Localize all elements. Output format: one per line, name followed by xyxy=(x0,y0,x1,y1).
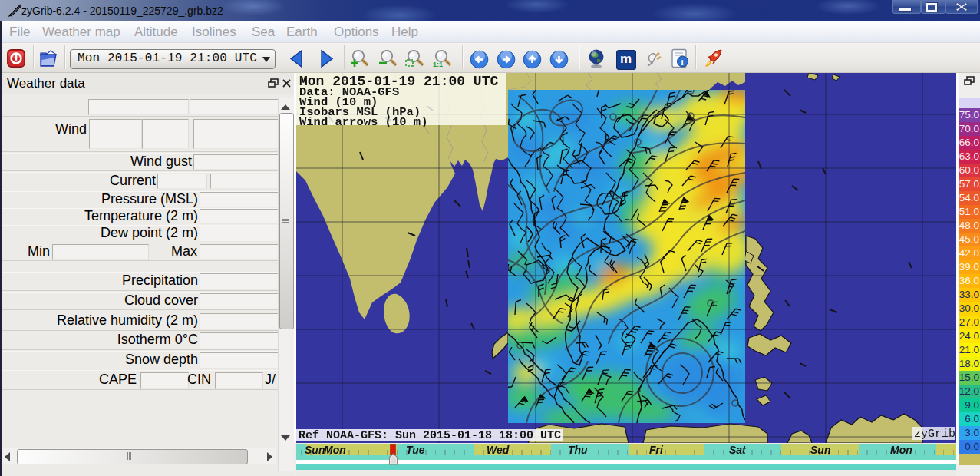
svg-text:i: i xyxy=(681,58,683,67)
svg-text:1:1: 1:1 xyxy=(433,61,443,68)
